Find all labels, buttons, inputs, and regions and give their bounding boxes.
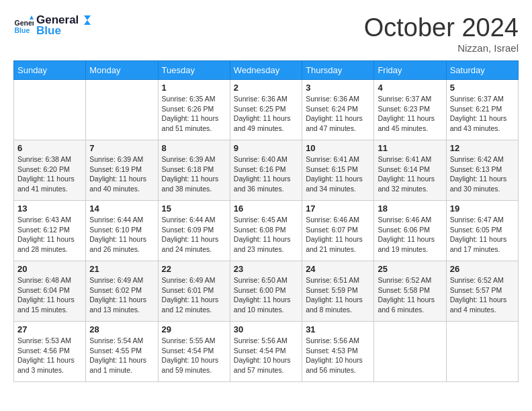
calendar-cell [86,80,158,140]
day-number: 30 [234,324,298,334]
day-info: Sunrise: 6:49 AM Sunset: 6:01 PM Dayligh… [162,275,226,315]
calendar-cell: 25Sunrise: 6:52 AM Sunset: 5:58 PM Dayli… [374,261,446,322]
calendar-cell: 26Sunrise: 6:52 AM Sunset: 5:57 PM Dayli… [446,261,518,322]
calendar-cell: 29Sunrise: 5:55 AM Sunset: 4:54 PM Dayli… [158,322,230,382]
day-number: 16 [234,203,298,214]
day-number: 26 [450,264,515,274]
day-info: Sunrise: 6:36 AM Sunset: 6:25 PM Dayligh… [234,94,298,134]
day-header-saturday: Saturday [446,61,518,80]
day-number: 25 [378,264,442,274]
day-number: 1 [162,83,226,93]
day-number: 13 [17,203,82,214]
day-header-wednesday: Wednesday [230,61,302,80]
calendar-cell: 4Sunrise: 6:37 AM Sunset: 6:23 PM Daylig… [374,80,446,140]
calendar-cell: 14Sunrise: 6:44 AM Sunset: 6:10 PM Dayli… [86,201,158,261]
calendar-cell [14,80,86,140]
calendar-header-row: SundayMondayTuesdayWednesdayThursdayFrid… [14,61,519,80]
title-block: October 2024 Nizzan, Israel [364,13,519,54]
day-info: Sunrise: 6:39 AM Sunset: 6:19 PM Dayligh… [89,154,154,194]
calendar-week-row: 6Sunrise: 6:38 AM Sunset: 6:20 PM Daylig… [14,140,519,201]
calendar-cell: 28Sunrise: 5:54 AM Sunset: 4:55 PM Dayli… [86,322,158,382]
calendar-week-row: 20Sunrise: 6:48 AM Sunset: 6:04 PM Dayli… [14,261,519,322]
day-number: 5 [450,83,515,93]
calendar-cell: 18Sunrise: 6:46 AM Sunset: 6:06 PM Dayli… [374,201,446,261]
calendar-week-row: 1Sunrise: 6:35 AM Sunset: 6:26 PM Daylig… [14,80,519,140]
day-info: Sunrise: 6:37 AM Sunset: 6:23 PM Dayligh… [378,94,442,134]
calendar-cell [446,322,518,382]
day-number: 17 [306,203,370,214]
calendar-cell [374,322,446,382]
logo: General Blue General Blue [13,13,92,38]
day-info: Sunrise: 6:37 AM Sunset: 6:21 PM Dayligh… [450,94,515,134]
day-info: Sunrise: 5:53 AM Sunset: 4:56 PM Dayligh… [17,336,82,375]
day-number: 27 [17,324,82,334]
day-info: Sunrise: 6:50 AM Sunset: 6:00 PM Dayligh… [234,275,298,315]
day-info: Sunrise: 6:48 AM Sunset: 6:04 PM Dayligh… [17,275,82,315]
day-info: Sunrise: 5:54 AM Sunset: 4:55 PM Dayligh… [89,336,154,375]
day-number: 4 [378,83,442,93]
calendar-cell: 9Sunrise: 6:40 AM Sunset: 6:16 PM Daylig… [230,140,302,201]
day-info: Sunrise: 6:52 AM Sunset: 5:57 PM Dayligh… [450,275,515,315]
day-info: Sunrise: 6:35 AM Sunset: 6:26 PM Dayligh… [162,94,226,134]
day-info: Sunrise: 6:44 AM Sunset: 6:10 PM Dayligh… [89,215,154,255]
page-header: General Blue General Blue October 2024 N… [13,13,519,54]
day-number: 7 [89,143,154,153]
day-number: 8 [162,143,226,153]
calendar-cell: 20Sunrise: 6:48 AM Sunset: 6:04 PM Dayli… [14,261,86,322]
month-title: October 2024 [364,13,519,42]
day-number: 21 [89,264,154,274]
day-number: 2 [234,83,298,93]
calendar-cell: 31Sunrise: 5:56 AM Sunset: 4:53 PM Dayli… [302,322,374,382]
svg-marker-2 [30,15,34,19]
calendar-week-row: 27Sunrise: 5:53 AM Sunset: 4:56 PM Dayli… [14,322,519,382]
day-number: 24 [306,264,370,274]
day-info: Sunrise: 6:46 AM Sunset: 6:07 PM Dayligh… [306,215,370,255]
calendar-cell: 3Sunrise: 6:36 AM Sunset: 6:24 PM Daylig… [302,80,374,140]
day-number: 14 [89,203,154,214]
day-number: 20 [17,264,82,274]
day-info: Sunrise: 6:46 AM Sunset: 6:06 PM Dayligh… [378,215,442,255]
calendar-cell: 22Sunrise: 6:49 AM Sunset: 6:01 PM Dayli… [158,261,230,322]
day-number: 10 [306,143,370,153]
day-number: 31 [306,324,370,334]
day-info: Sunrise: 6:41 AM Sunset: 6:15 PM Dayligh… [306,154,370,194]
calendar-cell: 1Sunrise: 6:35 AM Sunset: 6:26 PM Daylig… [158,80,230,140]
day-number: 15 [162,203,226,214]
day-info: Sunrise: 5:56 AM Sunset: 4:53 PM Dayligh… [306,336,370,375]
day-info: Sunrise: 5:55 AM Sunset: 4:54 PM Dayligh… [162,336,226,375]
day-number: 23 [234,264,298,274]
day-header-tuesday: Tuesday [158,61,230,80]
day-info: Sunrise: 6:51 AM Sunset: 5:59 PM Dayligh… [306,275,370,315]
logo-icon: General Blue [13,15,34,36]
day-number: 22 [162,264,226,274]
day-info: Sunrise: 6:40 AM Sunset: 6:16 PM Dayligh… [234,154,298,194]
day-info: Sunrise: 6:44 AM Sunset: 6:09 PM Dayligh… [162,215,226,255]
calendar-table: SundayMondayTuesdayWednesdayThursdayFrid… [13,60,519,382]
location: Nizzan, Israel [364,42,519,54]
day-header-friday: Friday [374,61,446,80]
day-number: 29 [162,324,226,334]
calendar-cell: 24Sunrise: 6:51 AM Sunset: 5:59 PM Dayli… [302,261,374,322]
day-info: Sunrise: 6:45 AM Sunset: 6:08 PM Dayligh… [234,215,298,255]
logo-arrow-icon [80,14,92,26]
calendar-cell: 7Sunrise: 6:39 AM Sunset: 6:19 PM Daylig… [86,140,158,201]
calendar-cell: 19Sunrise: 6:47 AM Sunset: 6:05 PM Dayli… [446,201,518,261]
day-number: 12 [450,143,515,153]
day-header-thursday: Thursday [302,61,374,80]
day-info: Sunrise: 6:49 AM Sunset: 6:02 PM Dayligh… [89,275,154,315]
calendar-cell: 10Sunrise: 6:41 AM Sunset: 6:15 PM Dayli… [302,140,374,201]
calendar-cell: 21Sunrise: 6:49 AM Sunset: 6:02 PM Dayli… [86,261,158,322]
day-number: 9 [234,143,298,153]
calendar-week-row: 13Sunrise: 6:43 AM Sunset: 6:12 PM Dayli… [14,201,519,261]
day-number: 28 [89,324,154,334]
calendar-cell: 15Sunrise: 6:44 AM Sunset: 6:09 PM Dayli… [158,201,230,261]
day-info: Sunrise: 6:41 AM Sunset: 6:14 PM Dayligh… [378,154,442,194]
calendar-cell: 30Sunrise: 5:56 AM Sunset: 4:54 PM Dayli… [230,322,302,382]
day-info: Sunrise: 5:56 AM Sunset: 4:54 PM Dayligh… [234,336,298,375]
svg-text:Blue: Blue [15,26,30,34]
day-header-sunday: Sunday [14,61,86,80]
day-number: 6 [17,143,82,153]
day-info: Sunrise: 6:38 AM Sunset: 6:20 PM Dayligh… [17,154,82,194]
calendar-cell: 11Sunrise: 6:41 AM Sunset: 6:14 PM Dayli… [374,140,446,201]
calendar-cell: 17Sunrise: 6:46 AM Sunset: 6:07 PM Dayli… [302,201,374,261]
